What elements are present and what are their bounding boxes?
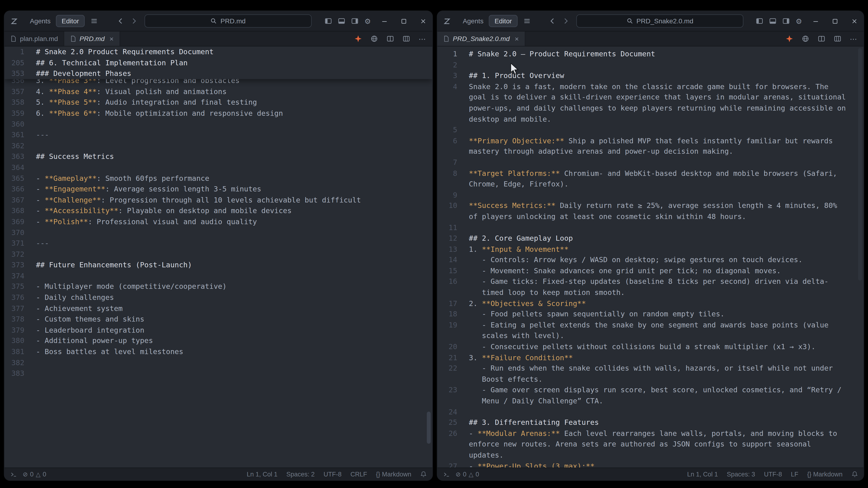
forward-icon[interactable]	[562, 17, 569, 25]
code-line[interactable]: 5	[437, 125, 864, 135]
code-line[interactable]: 377- Achievement system	[4, 303, 432, 314]
code-line[interactable]: 364	[4, 162, 432, 173]
panel-bottom-icon[interactable]	[769, 17, 777, 25]
code-line[interactable]: 9	[437, 190, 864, 200]
close-tab-icon[interactable]	[109, 36, 114, 41]
code-line[interactable]: 4Snake 2.0 is a fast, modern take on the…	[437, 81, 864, 125]
code-line[interactable]: 380- Additional power-up types	[4, 335, 432, 346]
code-line[interactable]: 24	[437, 406, 864, 417]
code-line[interactable]: 1# Snake 2.0 — Product Requirements Docu…	[437, 49, 864, 60]
code-line[interactable]: 379- Leaderboard integration	[4, 325, 432, 335]
split-pane-icon[interactable]	[386, 35, 394, 43]
code-line[interactable]: 3596. **Phase 6**: Mobile optimization a…	[4, 108, 432, 119]
line-ending[interactable]: LF	[791, 471, 799, 478]
diagnostics-summary[interactable]: ⊘ 0 △ 0	[456, 471, 479, 478]
line-ending[interactable]: CRLF	[350, 471, 367, 478]
code-line[interactable]: 378- Custom themes and skins	[4, 314, 432, 325]
code-line[interactable]: 6**Primary Objective:** Ship a polished …	[437, 135, 864, 157]
code-line[interactable]: 3585. **Phase 5**: Audio integration and…	[4, 97, 432, 108]
code-line[interactable]: 131. **Input & Movement**	[437, 244, 864, 255]
code-line[interactable]: 12## 2. Core Gameplay Loop	[437, 233, 864, 244]
scrollbar-thumb[interactable]	[427, 412, 431, 444]
code-line[interactable]: 362	[4, 140, 432, 151]
code-line[interactable]: 360	[4, 119, 432, 130]
terminal-icon[interactable]	[10, 470, 17, 478]
code-line[interactable]: 369- **Polish**: Professional visual and…	[4, 216, 432, 227]
code-line[interactable]: 368- **Accessibility**: Playable on desk…	[4, 205, 432, 216]
code-line[interactable]: 3563. **Phase 3**: Level progression and…	[4, 79, 432, 86]
code-editor[interactable]: 1# Snake 2.0 — Product Requirements Docu…	[437, 46, 864, 467]
code-line[interactable]: 22- Run ends when the snake collides wit…	[437, 363, 864, 385]
scrollbar-thumb[interactable]	[858, 48, 862, 281]
agents-nav-tab[interactable]: Agents	[24, 15, 56, 27]
back-icon[interactable]	[117, 17, 125, 25]
code-line[interactable]: 27- **Power-Up Slots (3 max):**	[437, 461, 864, 467]
code-line[interactable]: 2	[437, 60, 864, 70]
diagnostics-summary[interactable]: ⊘ 0 △ 0	[23, 471, 46, 478]
code-line[interactable]: 373## Future Enhancements (Post-Launch)	[4, 260, 432, 270]
tab-plan-plan-md[interactable]: plan.plan.md	[4, 32, 64, 46]
agents-nav-tab[interactable]: Agents	[457, 15, 489, 27]
code-line[interactable]: 10**Success Metrics:** Daily return rate…	[437, 200, 864, 222]
code-line[interactable]: 374	[4, 270, 432, 281]
close-tab-icon[interactable]	[514, 36, 519, 41]
code-line[interactable]: 381- Boss battles at level milestones	[4, 346, 432, 357]
code-line[interactable]: 372	[4, 249, 432, 260]
language-mode[interactable]: {} Markdown	[376, 471, 411, 478]
menu-icon[interactable]	[90, 17, 98, 25]
code-line[interactable]: 365- **Gameplay**: Smooth 60fps performa…	[4, 173, 432, 184]
code-line[interactable]: 8**Target Platforms:** Chromium- and Web…	[437, 168, 864, 190]
maximize-button[interactable]	[400, 18, 408, 25]
cursor-position[interactable]: Ln 1, Col 1	[687, 471, 718, 478]
code-line[interactable]: 20- Consecutive pellets without collisio…	[437, 341, 864, 352]
file-finder[interactable]: PRD.md	[145, 14, 312, 28]
code-line[interactable]: 23- Game over screen displays run score,…	[437, 385, 864, 406]
layout-columns-icon[interactable]	[834, 35, 841, 43]
indent-setting[interactable]: Spaces: 3	[727, 471, 755, 478]
panel-left-icon[interactable]	[756, 17, 764, 25]
code-line[interactable]: 382	[4, 357, 432, 368]
panel-bottom-icon[interactable]	[338, 17, 346, 25]
code-editor[interactable]: 1# Snake 2.0 Product Requirements Docume…	[4, 46, 432, 467]
code-line[interactable]: 363## Success Metrics	[4, 151, 432, 162]
code-line[interactable]: 18- Food pellets spawn sequentially on r…	[437, 309, 864, 320]
file-finder[interactable]: PRD_Snake2.0.md	[576, 14, 743, 28]
code-line[interactable]: 16- Game ticks: Fixed-step updates (base…	[437, 276, 864, 298]
assistant-sparkle-icon[interactable]	[354, 35, 362, 43]
code-line[interactable]: 353### Development Phases	[4, 68, 432, 79]
code-line[interactable]: 367- **Challenge**: Progression through …	[4, 195, 432, 205]
tab-prd-snake2-0-md[interactable]: PRD_Snake2.0.md	[437, 32, 525, 46]
settings-gear-icon[interactable]: ⚙	[365, 18, 371, 25]
code-line[interactable]: 383	[4, 368, 432, 379]
code-line[interactable]: 366- **Engagement**: Average session len…	[4, 184, 432, 195]
panel-left-icon[interactable]	[324, 17, 332, 25]
encoding[interactable]: UTF-8	[764, 471, 782, 478]
more-icon[interactable]: ⋯	[418, 35, 426, 42]
code-line[interactable]: 375- Multiplayer mode (competitive/coope…	[4, 281, 432, 292]
minimize-button[interactable]	[812, 18, 819, 25]
minimize-button[interactable]	[381, 18, 388, 25]
editor-nav-tab[interactable]: Editor	[489, 15, 518, 27]
titlebar[interactable]: Agents Editor PRD.md	[4, 11, 432, 32]
settings-gear-icon[interactable]: ⚙	[796, 18, 802, 25]
code-line[interactable]: 25## 3. Differentiating Features	[437, 417, 864, 428]
close-button[interactable]	[851, 18, 858, 25]
code-line[interactable]: 213. **Failure Condition**	[437, 352, 864, 363]
back-icon[interactable]	[549, 17, 556, 25]
code-line[interactable]: 172. **Objectives & Scoring**	[437, 298, 864, 309]
indent-setting[interactable]: Spaces: 2	[286, 471, 315, 478]
code-line[interactable]: 15- Movement: Snake advances one grid un…	[437, 265, 864, 276]
code-line[interactable]: 371---	[4, 238, 432, 249]
code-line[interactable]: 14- Controls: Arrow keys / WASD on deskt…	[437, 255, 864, 265]
code-line[interactable]: 11	[437, 222, 864, 233]
code-line[interactable]: 376- Daily challenges	[4, 292, 432, 303]
code-line[interactable]: 1# Snake 2.0 Product Requirements Docume…	[4, 46, 432, 57]
cursor-position[interactable]: Ln 1, Col 1	[247, 471, 278, 478]
titlebar[interactable]: Agents Editor PRD_Snake2.0.md	[437, 11, 864, 32]
code-line[interactable]: 205## 6. Technical Implementation Plan	[4, 57, 432, 68]
code-line[interactable]: 7	[437, 157, 864, 168]
panel-right-icon[interactable]	[782, 17, 790, 25]
bell-icon[interactable]	[420, 471, 427, 478]
encoding[interactable]: UTF-8	[323, 471, 342, 478]
language-mode[interactable]: {} Markdown	[807, 471, 842, 478]
